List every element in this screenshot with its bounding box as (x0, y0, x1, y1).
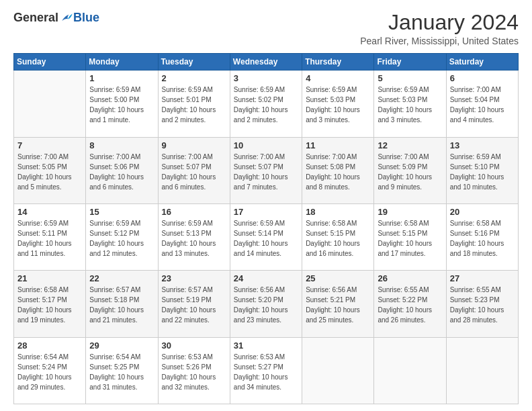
table-row: 26Sunrise: 6:55 AM Sunset: 5:22 PM Dayli… (374, 271, 446, 337)
day-info: Sunrise: 6:59 AM Sunset: 5:01 PM Dayligh… (162, 85, 226, 125)
weekday-wednesday: Wednesday (230, 54, 302, 71)
day-info: Sunrise: 6:58 AM Sunset: 5:16 PM Dayligh… (450, 218, 515, 259)
day-number: 19 (378, 207, 442, 217)
day-number: 24 (234, 273, 298, 283)
table-row: 8Sunrise: 7:00 AM Sunset: 5:06 PM Daylig… (86, 137, 158, 203)
table-row: 2Sunrise: 6:59 AM Sunset: 5:01 PM Daylig… (158, 71, 230, 137)
day-info: Sunrise: 6:55 AM Sunset: 5:23 PM Dayligh… (450, 285, 515, 325)
day-number: 25 (306, 273, 370, 283)
day-info: Sunrise: 6:59 AM Sunset: 5:00 PM Dayligh… (89, 85, 154, 125)
weekday-thursday: Thursday (302, 54, 374, 71)
day-info: Sunrise: 6:59 AM Sunset: 5:02 PM Dayligh… (234, 85, 298, 125)
day-number: 20 (450, 207, 515, 217)
table-row: 30Sunrise: 6:53 AM Sunset: 5:26 PM Dayli… (158, 337, 230, 404)
table-row: 6Sunrise: 7:00 AM Sunset: 5:04 PM Daylig… (446, 71, 518, 137)
day-info: Sunrise: 6:56 AM Sunset: 5:20 PM Dayligh… (234, 285, 298, 325)
day-info: Sunrise: 7:00 AM Sunset: 5:07 PM Dayligh… (162, 152, 226, 192)
table-row (374, 337, 446, 404)
day-number: 23 (162, 273, 226, 283)
table-row: 16Sunrise: 6:59 AM Sunset: 5:13 PM Dayli… (158, 203, 230, 270)
weekday-header-row: Sunday Monday Tuesday Wednesday Thursday… (14, 54, 519, 71)
day-info: Sunrise: 6:55 AM Sunset: 5:22 PM Dayligh… (378, 285, 442, 325)
table-row: 14Sunrise: 6:59 AM Sunset: 5:11 PM Dayli… (14, 203, 86, 270)
day-info: Sunrise: 7:00 AM Sunset: 5:04 PM Dayligh… (450, 85, 515, 125)
table-row: 11Sunrise: 7:00 AM Sunset: 5:08 PM Dayli… (302, 137, 374, 203)
day-number: 29 (89, 340, 154, 351)
location-text: Pearl River, Mississippi, United States (360, 36, 519, 46)
day-info: Sunrise: 6:59 AM Sunset: 5:14 PM Dayligh… (234, 218, 298, 259)
logo: General Blue (13, 11, 99, 25)
day-number: 4 (306, 73, 370, 83)
table-row: 28Sunrise: 6:54 AM Sunset: 5:24 PM Dayli… (14, 337, 86, 404)
day-number: 11 (306, 140, 370, 150)
day-number: 7 (17, 140, 82, 150)
day-number: 2 (162, 73, 226, 83)
day-info: Sunrise: 6:57 AM Sunset: 5:19 PM Dayligh… (162, 285, 226, 325)
day-number: 28 (17, 340, 82, 351)
day-number: 9 (162, 140, 226, 150)
day-info: Sunrise: 6:59 AM Sunset: 5:10 PM Dayligh… (450, 152, 515, 192)
day-number: 16 (162, 207, 226, 217)
table-row (14, 71, 86, 137)
day-info: Sunrise: 7:00 AM Sunset: 5:06 PM Dayligh… (89, 152, 154, 192)
day-number: 18 (306, 207, 370, 217)
day-number: 31 (234, 340, 298, 351)
day-info: Sunrise: 6:54 AM Sunset: 5:25 PM Dayligh… (89, 352, 154, 392)
logo-bird-icon (60, 11, 73, 25)
day-info: Sunrise: 6:59 AM Sunset: 5:12 PM Dayligh… (89, 218, 154, 259)
table-row: 19Sunrise: 6:58 AM Sunset: 5:15 PM Dayli… (374, 203, 446, 270)
calendar-table: Sunday Monday Tuesday Wednesday Thursday… (13, 53, 519, 404)
day-info: Sunrise: 6:59 AM Sunset: 5:11 PM Dayligh… (17, 218, 82, 259)
table-row: 3Sunrise: 6:59 AM Sunset: 5:02 PM Daylig… (230, 71, 302, 137)
day-info: Sunrise: 6:58 AM Sunset: 5:15 PM Dayligh… (378, 218, 442, 259)
table-row: 12Sunrise: 7:00 AM Sunset: 5:09 PM Dayli… (374, 137, 446, 203)
table-row (302, 337, 374, 404)
day-info: Sunrise: 6:59 AM Sunset: 5:13 PM Dayligh… (162, 218, 226, 259)
table-row: 15Sunrise: 6:59 AM Sunset: 5:12 PM Dayli… (86, 203, 158, 270)
table-row: 18Sunrise: 6:58 AM Sunset: 5:15 PM Dayli… (302, 203, 374, 270)
day-number: 1 (89, 73, 154, 83)
day-number: 10 (234, 140, 298, 150)
day-number: 8 (89, 140, 154, 150)
week-row-2: 7Sunrise: 7:00 AM Sunset: 5:05 PM Daylig… (14, 137, 519, 203)
week-row-5: 28Sunrise: 6:54 AM Sunset: 5:24 PM Dayli… (14, 337, 519, 404)
table-row: 22Sunrise: 6:57 AM Sunset: 5:18 PM Dayli… (86, 271, 158, 337)
title-section: January 2024 Pearl River, Mississippi, U… (360, 11, 519, 46)
day-info: Sunrise: 6:53 AM Sunset: 5:26 PM Dayligh… (162, 352, 226, 392)
weekday-tuesday: Tuesday (158, 54, 230, 71)
table-row: 7Sunrise: 7:00 AM Sunset: 5:05 PM Daylig… (14, 137, 86, 203)
day-number: 21 (17, 273, 82, 283)
day-info: Sunrise: 7:00 AM Sunset: 5:05 PM Dayligh… (17, 152, 82, 192)
table-row: 31Sunrise: 6:53 AM Sunset: 5:27 PM Dayli… (230, 337, 302, 404)
day-info: Sunrise: 6:57 AM Sunset: 5:18 PM Dayligh… (89, 285, 154, 325)
table-row: 17Sunrise: 6:59 AM Sunset: 5:14 PM Dayli… (230, 203, 302, 270)
table-row: 29Sunrise: 6:54 AM Sunset: 5:25 PM Dayli… (86, 337, 158, 404)
day-number: 3 (234, 73, 298, 83)
day-number: 17 (234, 207, 298, 217)
page-header: General Blue January 2024 Pearl River, M… (13, 11, 519, 46)
table-row: 24Sunrise: 6:56 AM Sunset: 5:20 PM Dayli… (230, 271, 302, 337)
day-number: 27 (450, 273, 515, 283)
day-number: 30 (162, 340, 226, 351)
day-number: 6 (450, 73, 515, 83)
logo-blue-text: Blue (73, 11, 99, 25)
day-number: 12 (378, 140, 442, 150)
day-info: Sunrise: 6:58 AM Sunset: 5:15 PM Dayligh… (306, 218, 370, 259)
day-info: Sunrise: 7:00 AM Sunset: 5:08 PM Dayligh… (306, 152, 370, 192)
day-number: 22 (89, 273, 154, 283)
week-row-3: 14Sunrise: 6:59 AM Sunset: 5:11 PM Dayli… (14, 203, 519, 270)
day-number: 14 (17, 207, 82, 217)
day-info: Sunrise: 6:59 AM Sunset: 5:03 PM Dayligh… (378, 85, 442, 125)
week-row-4: 21Sunrise: 6:58 AM Sunset: 5:17 PM Dayli… (14, 271, 519, 337)
day-info: Sunrise: 6:53 AM Sunset: 5:27 PM Dayligh… (234, 352, 298, 392)
table-row: 13Sunrise: 6:59 AM Sunset: 5:10 PM Dayli… (446, 137, 518, 203)
table-row: 27Sunrise: 6:55 AM Sunset: 5:23 PM Dayli… (446, 271, 518, 337)
weekday-monday: Monday (86, 54, 158, 71)
weekday-saturday: Saturday (446, 54, 518, 71)
table-row: 4Sunrise: 6:59 AM Sunset: 5:03 PM Daylig… (302, 71, 374, 137)
table-row: 20Sunrise: 6:58 AM Sunset: 5:16 PM Dayli… (446, 203, 518, 270)
table-row: 23Sunrise: 6:57 AM Sunset: 5:19 PM Dayli… (158, 271, 230, 337)
table-row (446, 337, 518, 404)
table-row: 21Sunrise: 6:58 AM Sunset: 5:17 PM Dayli… (14, 271, 86, 337)
day-number: 13 (450, 140, 515, 150)
